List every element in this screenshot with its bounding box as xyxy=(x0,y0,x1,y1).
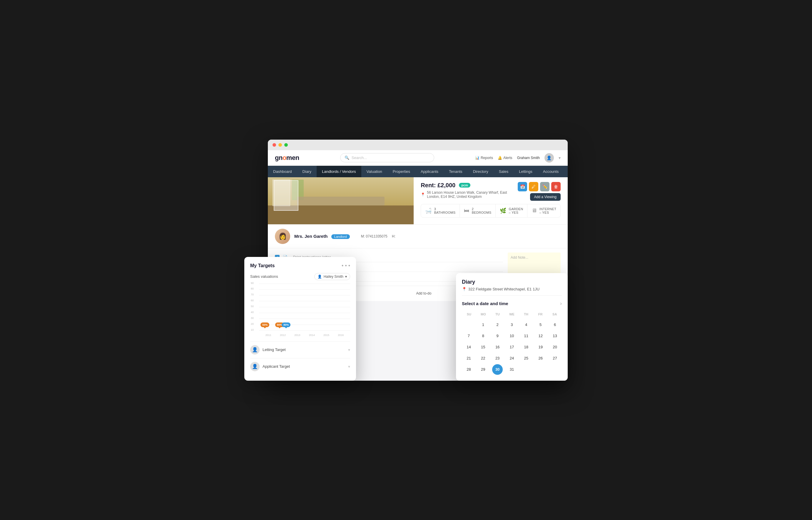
action-delete-btn[interactable]: 🗑 xyxy=(551,182,561,191)
user-menu-chevron[interactable]: ▾ xyxy=(558,156,561,160)
cal-header-su: SU xyxy=(462,311,476,317)
garden-icon: 🌿 xyxy=(500,208,506,214)
nav-dashboard[interactable]: Dashboard xyxy=(268,166,297,177)
cal-day-11[interactable]: 11 xyxy=(521,331,531,341)
cal-day-2[interactable]: 2 xyxy=(492,319,503,330)
diary-card: Diary 📍 322 Fieldgate Street Whitechapel… xyxy=(456,273,568,381)
cal-day-empty-2 xyxy=(521,364,531,375)
cal-day-17[interactable]: 17 xyxy=(506,342,517,353)
cal-day-4[interactable]: 4 xyxy=(521,319,531,330)
chart-header: Sales valuations 👤 Hailey Smith ▾ xyxy=(250,273,350,280)
cal-day-7[interactable]: 7 xyxy=(463,331,474,341)
nav-landlords[interactable]: Landlords / Vendors xyxy=(317,166,361,177)
cal-day-24[interactable]: 24 xyxy=(506,353,517,364)
nav-properties[interactable]: Properties xyxy=(388,166,415,177)
x-labels: 2011 2012 2013 2014 2015 2016 xyxy=(259,334,350,337)
cal-day-31[interactable]: 31 xyxy=(506,364,517,375)
cal-day-10[interactable]: 10 xyxy=(506,331,517,341)
letting-target-row[interactable]: 👤 Letting Target ▾ xyxy=(250,341,350,358)
cal-day-3[interactable]: 3 xyxy=(506,319,517,330)
cal-day-16[interactable]: 16 xyxy=(492,342,503,353)
nav-accounts[interactable]: Accounts xyxy=(538,166,564,177)
nav-sales[interactable]: Sales xyxy=(494,166,514,177)
property-section: Rent: £2,000 pcm 📍 56 Larson House Larso… xyxy=(268,177,568,225)
alerts-link[interactable]: 🔔 Alerts xyxy=(498,156,513,160)
cal-header-th: TH xyxy=(519,311,533,317)
cal-day-20[interactable]: 20 xyxy=(550,342,560,353)
cal-day-14[interactable]: 14 xyxy=(463,342,474,353)
letting-target-label: Letting Target xyxy=(263,347,286,352)
search-placeholder: Search... xyxy=(351,156,367,160)
cal-day-26[interactable]: 26 xyxy=(535,353,546,364)
cal-day-28[interactable]: 28 xyxy=(463,364,474,375)
bed-icon: 🛏 xyxy=(464,208,469,214)
cal-day-13[interactable]: 13 xyxy=(550,331,560,341)
user-select-icon: 👤 xyxy=(317,275,322,279)
cal-day-8[interactable]: 8 xyxy=(478,331,488,341)
cal-day-9[interactable]: 9 xyxy=(492,331,503,341)
nav-applicants[interactable]: Applicants xyxy=(415,166,444,177)
property-address-row: 📍 56 Larson House Larson Walk, Canary Wh… xyxy=(421,190,518,199)
cal-day-15[interactable]: 15 xyxy=(478,342,488,353)
alerts-icon: 🔔 xyxy=(498,156,502,160)
cal-day-19[interactable]: 19 xyxy=(535,342,546,353)
action-edit-yellow-btn[interactable]: 🖊 xyxy=(529,182,538,191)
cal-day-30-today[interactable]: 30 xyxy=(492,364,503,375)
nav-tenants[interactable]: Tenants xyxy=(444,166,468,177)
app-logo[interactable]: gnomen xyxy=(275,154,299,162)
property-address: 56 Larson House Larson Walk, Canary Whar… xyxy=(427,190,518,199)
nav-diary[interactable]: Diary xyxy=(297,166,317,177)
phone2-label: H: xyxy=(392,234,395,238)
close-dot[interactable] xyxy=(272,143,276,147)
action-edit-btn[interactable]: ✏️ xyxy=(540,182,549,191)
nav-lettings[interactable]: Lettings xyxy=(514,166,538,177)
cal-day-5[interactable]: 5 xyxy=(535,319,546,330)
add-viewing-button[interactable]: Add a Viewing xyxy=(530,193,561,201)
search-bar[interactable]: 🔍 Search... xyxy=(340,153,434,162)
reports-link[interactable]: 📊 Reports xyxy=(475,156,493,160)
rent-row: Rent: £2,000 pcm xyxy=(421,182,518,189)
x-label-2016: 2016 xyxy=(335,334,347,337)
nav-bar: Dashboard Diary Landlords / Vendors Valu… xyxy=(268,166,568,177)
bedrooms-label: 2 BEDROOMS xyxy=(472,207,492,214)
phone-number: 07411335075 xyxy=(366,234,387,238)
garden-label: GARDEN – YES xyxy=(509,207,523,214)
cal-header-fr: FR xyxy=(533,311,548,317)
cal-day-empty-3 xyxy=(535,364,546,375)
action-schedule-btn[interactable]: 📅 xyxy=(518,182,527,191)
rent-price: Rent: £2,000 xyxy=(421,182,455,189)
cal-day-23[interactable]: 23 xyxy=(492,353,503,364)
nav-valuation[interactable]: Valuation xyxy=(361,166,388,177)
more-options-button[interactable]: • • • xyxy=(342,263,350,269)
address-pin-icon: 📍 xyxy=(421,192,425,197)
applicant-target-row[interactable]: 👤 Applicant Target ▾ xyxy=(250,358,350,375)
cal-day-12[interactable]: 12 xyxy=(535,331,546,341)
maximize-dot[interactable] xyxy=(284,143,288,147)
diary-pin-icon: 📍 xyxy=(462,287,467,291)
cal-day-25[interactable]: 25 xyxy=(521,353,531,364)
next-arrow-button[interactable]: › xyxy=(560,301,562,307)
amenity-garden: 🌿 GARDEN – YES xyxy=(496,204,527,217)
cal-day-1[interactable]: 1 xyxy=(478,319,488,330)
cal-day-6[interactable]: 6 xyxy=(550,319,560,330)
targets-card: My Targets • • • Sales valuations 👤 Hail… xyxy=(244,257,356,381)
header-right: 📊 Reports 🔔 Alerts Graham Smith 👤 ▾ xyxy=(475,153,561,162)
user-avatar[interactable]: 👤 xyxy=(545,153,554,162)
cal-day-27[interactable]: 27 xyxy=(550,353,560,364)
cal-day-18[interactable]: 18 xyxy=(521,342,531,353)
applicant-person-icon: 👤 xyxy=(250,362,260,371)
reports-icon: 📊 xyxy=(475,156,479,160)
cal-day-21[interactable]: 21 xyxy=(463,353,474,364)
select-datetime-label: Select a date and time xyxy=(462,301,508,306)
nav-directory[interactable]: Directory xyxy=(468,166,494,177)
amenities-row: 🛁 3 BATHROOMS 🛏 2 BEDROOMS 🌿 GARDEN – YE… xyxy=(421,204,561,217)
amenity-bathrooms: 🛁 3 BATHROOMS xyxy=(421,204,460,217)
cal-day-29[interactable]: 29 xyxy=(478,364,488,375)
cal-day-22[interactable]: 22 xyxy=(478,353,488,364)
user-select-dropdown[interactable]: 👤 Hailey Smith ▾ xyxy=(314,273,350,280)
minimize-dot[interactable] xyxy=(279,143,282,147)
diary-header: Diary xyxy=(462,279,562,285)
calendar: SU MO TU WE TH FR SA 1 2 3 4 5 6 7 8 9 xyxy=(462,311,562,375)
add-todo-link[interactable]: Add to-do xyxy=(416,291,431,295)
landlord-name: Mrs. Jen Gareth xyxy=(294,234,328,239)
